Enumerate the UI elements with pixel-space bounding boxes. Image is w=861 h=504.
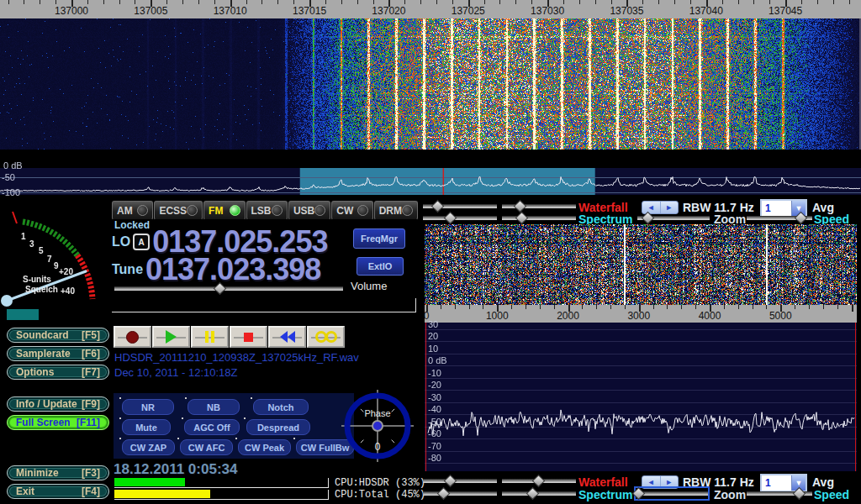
scale-tick bbox=[469, 305, 470, 309]
dsp-button-despread[interactable]: Despread bbox=[246, 419, 310, 435]
scale-tick bbox=[681, 305, 682, 309]
zoom-slider[interactable] bbox=[636, 488, 708, 499]
record-button[interactable] bbox=[114, 326, 151, 348]
rbw-right-arrow[interactable]: ► bbox=[661, 202, 679, 213]
rx-frequency-scale[interactable]: 010002000300040005000 bbox=[425, 305, 857, 323]
mode-button-drm[interactable]: DRM bbox=[374, 201, 418, 220]
scale-tick bbox=[40, 0, 40, 4]
menu-button-soundcard[interactable]: Soundcard[F5] bbox=[7, 328, 109, 343]
zoom-slider[interactable] bbox=[637, 213, 710, 223]
dsp-button-nb[interactable]: NB bbox=[188, 399, 240, 415]
mode-button-am[interactable]: AM bbox=[112, 201, 153, 220]
scale-tick bbox=[769, 0, 770, 4]
scale-label: 137015 bbox=[293, 5, 326, 17]
scale-tick bbox=[277, 0, 278, 4]
mode-button-cw[interactable]: CW bbox=[331, 201, 372, 220]
auto-lo-button[interactable]: A bbox=[133, 234, 150, 250]
waterfall-brightness-slider[interactable] bbox=[502, 201, 576, 212]
rbw-left-arrow[interactable]: ◄ bbox=[642, 476, 661, 488]
pause-button[interactable] bbox=[191, 326, 229, 348]
mode-button-ecss[interactable]: ECSS bbox=[154, 201, 203, 220]
db-label: -50 bbox=[428, 417, 441, 427]
scale-tick bbox=[436, 0, 437, 4]
scale-tick bbox=[653, 305, 654, 309]
spectrum-offset-slider[interactable] bbox=[502, 213, 576, 223]
db-label: 0 dB bbox=[428, 355, 447, 365]
cpu-total-label: CPU:Total (45%) bbox=[335, 489, 425, 501]
menu-button-samplerate[interactable]: Samplerate[F6] bbox=[7, 346, 109, 361]
cpu-hdsdr-bar bbox=[114, 478, 329, 488]
mode-button-fm[interactable]: FM bbox=[203, 201, 245, 220]
scale-tick bbox=[690, 0, 691, 4]
scale-tick bbox=[611, 0, 612, 4]
scale-label: 137030 bbox=[531, 5, 564, 17]
menu-button-minimize[interactable]: Minimize[F3] bbox=[7, 465, 109, 480]
menu-button-exit[interactable]: Exit[F4] bbox=[7, 484, 109, 499]
speed-label: Speed bbox=[814, 488, 849, 501]
dsp-button-notch[interactable]: Notch bbox=[253, 399, 309, 415]
stop-icon bbox=[244, 333, 253, 342]
waterfall-contrast-slider[interactable] bbox=[423, 475, 497, 486]
squelch-indicator[interactable] bbox=[7, 309, 39, 320]
main-spectrum-panel[interactable]: 0 dB-50-100 bbox=[0, 168, 861, 195]
dsp-button-cw-zap[interactable]: CW ZAP bbox=[122, 439, 175, 455]
scale-label: 2000 bbox=[557, 310, 579, 322]
dsp-button-agc-off[interactable]: AGC Off bbox=[184, 419, 240, 435]
waterfall-label[interactable]: Waterfall bbox=[578, 475, 628, 489]
spectrum-offset-slider[interactable] bbox=[502, 488, 576, 499]
rewind-button[interactable] bbox=[268, 326, 306, 348]
main-spectrum[interactable] bbox=[0, 168, 861, 195]
rewind-icon bbox=[280, 331, 295, 343]
scale-tick bbox=[325, 0, 326, 4]
rbw-stepper[interactable]: ◄► bbox=[642, 475, 679, 489]
tune-frequency[interactable]: 0137.023.398 bbox=[145, 255, 320, 285]
scale-tick bbox=[214, 0, 215, 4]
waterfall-contrast-slider[interactable] bbox=[423, 201, 497, 212]
speed-slider[interactable] bbox=[747, 213, 812, 223]
mode-button-usb[interactable]: USB bbox=[288, 201, 330, 220]
menu-button-info-update[interactable]: Info / Update[F9] bbox=[7, 396, 109, 412]
loop-button[interactable] bbox=[307, 326, 345, 348]
spectrum-gain-slider[interactable] bbox=[423, 213, 497, 223]
spectrum-gain-slider[interactable] bbox=[423, 488, 497, 499]
dsp-row: NRNBNotch bbox=[122, 399, 354, 415]
db-label: -80 bbox=[428, 453, 441, 463]
menu-label: Soundcard bbox=[16, 329, 69, 341]
stop-button[interactable] bbox=[230, 326, 267, 348]
waterfall-brightness-slider[interactable] bbox=[502, 475, 576, 486]
dsp-button-cw-peak[interactable]: CW Peak bbox=[238, 439, 291, 455]
db-label: -30 bbox=[428, 392, 441, 402]
led-off-icon bbox=[187, 205, 198, 216]
menu-button-options[interactable]: Options[F7] bbox=[7, 365, 109, 380]
spectrum-label[interactable]: Spectrum bbox=[578, 488, 633, 501]
scale-tick bbox=[455, 305, 456, 309]
cpu-hdsdr-label: CPU:HDSDR (33%) bbox=[335, 477, 425, 489]
phase-indicator: Phase 0 bbox=[341, 390, 414, 462]
speed-slider[interactable] bbox=[747, 488, 812, 499]
db-label: 0 dB bbox=[3, 160, 23, 171]
scale-label: 4000 bbox=[699, 310, 721, 322]
rbw-right-arrow[interactable]: ► bbox=[661, 476, 679, 488]
scale-label: 137040 bbox=[689, 5, 723, 17]
rx-spectrum[interactable] bbox=[425, 323, 857, 471]
record-icon bbox=[126, 331, 139, 344]
scale-tick bbox=[135, 0, 135, 4]
dsp-button-nr[interactable]: NR bbox=[122, 399, 174, 415]
main-waterfall[interactable] bbox=[0, 0, 861, 150]
freqmgr-button[interactable]: FreqMgr bbox=[353, 228, 405, 249]
volume-slider[interactable] bbox=[114, 283, 343, 294]
scale-tick bbox=[738, 305, 739, 309]
play-button[interactable] bbox=[152, 326, 190, 348]
mode-label: AM bbox=[117, 205, 133, 217]
dsp-button-cw-afc[interactable]: CW AFC bbox=[180, 439, 233, 455]
main-frequency-scale[interactable]: 1370001370051370101370151370201370251370… bbox=[0, 0, 861, 18]
scale-label: 3000 bbox=[627, 310, 650, 322]
mode-button-lsb[interactable]: LSB bbox=[246, 201, 288, 220]
rbw-left-arrow[interactable]: ◄ bbox=[642, 202, 661, 213]
scale-tick bbox=[554, 305, 555, 309]
extio-button[interactable]: ExtIO bbox=[357, 257, 404, 276]
menu-button-full-screen[interactable]: Full Screen[F11] bbox=[7, 415, 109, 430]
rx-waterfall[interactable] bbox=[425, 224, 857, 305]
dsp-button-mute[interactable]: Mute bbox=[122, 419, 171, 435]
rx-spectrum-panel[interactable]: 3020100 dB-10-20-30-40-50-60-70-80 bbox=[425, 323, 857, 471]
